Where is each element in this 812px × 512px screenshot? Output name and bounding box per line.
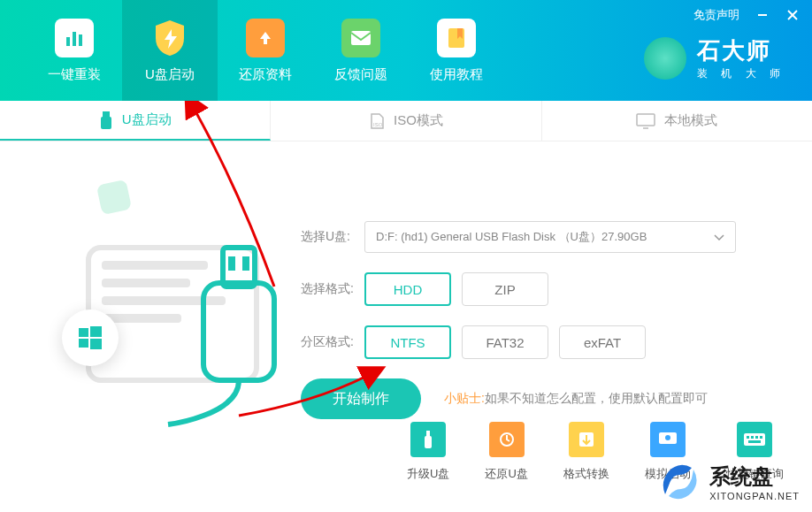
subnav-label: U盘启动 bbox=[122, 111, 172, 128]
subnav-usb-boot[interactable]: U盘启动 bbox=[0, 101, 271, 141]
tip-label: 小贴士: bbox=[444, 391, 485, 405]
header: 免责声明 一键重装 U盘启动 还原资料 反馈问题 使 bbox=[0, 0, 812, 101]
svg-rect-37 bbox=[760, 436, 762, 439]
format-label: 选择格式: bbox=[301, 281, 364, 297]
usb-select-label: 选择U盘: bbox=[301, 229, 364, 245]
nav-usb-boot[interactable]: U盘启动 bbox=[122, 0, 218, 101]
svg-rect-20 bbox=[228, 256, 235, 271]
brand-sub: 装 机 大 师 bbox=[697, 66, 785, 81]
brand-name: 石大师 bbox=[697, 35, 785, 66]
svg-rect-4 bbox=[73, 32, 76, 46]
usb-select-dropdown[interactable]: D:F: (hd1) General USB Flash Disk （U盘）27… bbox=[364, 221, 736, 253]
minimize-icon bbox=[757, 10, 768, 20]
svg-rect-28 bbox=[426, 431, 430, 436]
chevron-down-icon bbox=[714, 231, 724, 244]
svg-rect-22 bbox=[96, 180, 132, 215]
restore-icon bbox=[489, 422, 525, 457]
subnav-label: 本地模式 bbox=[664, 112, 717, 129]
tool-label: 升级U盘 bbox=[407, 466, 449, 482]
close-button[interactable] bbox=[785, 8, 800, 22]
partition-label: 分区格式: bbox=[301, 334, 364, 350]
nav-label: 使用教程 bbox=[430, 66, 483, 83]
svg-point-32 bbox=[665, 435, 670, 440]
watermark-logo-icon bbox=[656, 459, 702, 505]
partition-option-fat32[interactable]: FAT32 bbox=[462, 325, 548, 359]
config-form: 选择U盘: D:F: (hd1) General USB Flash Disk … bbox=[301, 168, 777, 433]
titlebar: 免责声明 bbox=[693, 7, 800, 23]
svg-rect-25 bbox=[79, 339, 88, 348]
watermark-sub: XITONGPAN.NET bbox=[709, 491, 800, 501]
watermark-text: 系统盘 bbox=[709, 462, 800, 491]
disclaimer-link[interactable]: 免责声明 bbox=[693, 7, 739, 23]
tool-upgrade-usb[interactable]: 升级U盘 bbox=[407, 422, 449, 482]
brand-logo-icon bbox=[644, 37, 686, 80]
svg-rect-15 bbox=[102, 279, 190, 287]
start-create-button[interactable]: 开始制作 bbox=[301, 378, 421, 419]
svg-rect-3 bbox=[66, 37, 70, 46]
svg-rect-24 bbox=[90, 326, 102, 337]
svg-rect-33 bbox=[744, 433, 765, 446]
bookmark-icon bbox=[437, 19, 476, 57]
nav-label: 反馈问题 bbox=[334, 66, 387, 83]
partition-option-exfat[interactable]: exFAT bbox=[559, 325, 646, 359]
usb-select-value: D:F: (hd1) General USB Flash Disk （U盘）27… bbox=[376, 229, 647, 245]
usb-icon bbox=[99, 111, 113, 129]
nav-feedback[interactable]: 反馈问题 bbox=[313, 0, 409, 101]
svg-rect-38 bbox=[748, 440, 761, 443]
svg-rect-6 bbox=[351, 31, 371, 45]
bar-chart-icon bbox=[55, 19, 94, 57]
nav-restore[interactable]: 还原资料 bbox=[218, 0, 313, 101]
illustration bbox=[35, 168, 301, 433]
main-area: 选择U盘: D:F: (hd1) General USB Flash Disk … bbox=[0, 141, 812, 433]
svg-rect-21 bbox=[242, 256, 249, 271]
svg-text:ISO: ISO bbox=[373, 122, 383, 127]
tool-restore-usb[interactable]: 还原U盘 bbox=[485, 422, 527, 482]
tool-label: 还原U盘 bbox=[485, 466, 527, 482]
subnav-iso[interactable]: ISO ISO模式 bbox=[271, 101, 541, 141]
minimize-button[interactable] bbox=[755, 8, 770, 22]
monitor-icon bbox=[636, 113, 655, 129]
upload-icon bbox=[246, 19, 285, 57]
watermark: 系统盘 XITONGPAN.NET bbox=[644, 452, 812, 512]
close-icon bbox=[787, 10, 798, 20]
svg-rect-14 bbox=[102, 261, 208, 270]
svg-rect-34 bbox=[747, 436, 749, 439]
svg-rect-5 bbox=[79, 34, 82, 46]
subnav-local[interactable]: 本地模式 bbox=[542, 101, 812, 141]
svg-rect-27 bbox=[425, 436, 432, 448]
svg-rect-16 bbox=[102, 296, 226, 305]
tool-label: 格式转换 bbox=[563, 466, 609, 482]
tool-convert-format[interactable]: 格式转换 bbox=[563, 422, 609, 482]
svg-rect-26 bbox=[90, 339, 102, 349]
usb-up-icon bbox=[410, 422, 446, 457]
svg-rect-23 bbox=[79, 328, 88, 337]
nav-tutorial[interactable]: 使用教程 bbox=[409, 0, 504, 101]
tip: 小贴士:如果不知道怎么配置，使用默认配置即可 bbox=[444, 391, 708, 407]
nav-label: 一键重装 bbox=[48, 66, 101, 83]
subnav: U盘启动 ISO ISO模式 本地模式 bbox=[0, 101, 812, 141]
envelope-icon bbox=[341, 19, 380, 57]
windows-icon bbox=[62, 309, 119, 366]
svg-rect-8 bbox=[103, 111, 110, 117]
shield-bolt-icon bbox=[150, 19, 189, 57]
svg-rect-9 bbox=[101, 117, 111, 129]
partition-option-ntfs[interactable]: NTFS bbox=[364, 325, 451, 359]
svg-rect-36 bbox=[755, 436, 758, 439]
format-option-zip[interactable]: ZIP bbox=[462, 272, 548, 306]
format-option-hdd[interactable]: HDD bbox=[364, 272, 451, 306]
svg-rect-35 bbox=[751, 436, 754, 439]
tip-text: 如果不知道怎么配置，使用默认配置即可 bbox=[485, 391, 708, 405]
subnav-label: ISO模式 bbox=[394, 112, 443, 129]
nav-reinstall[interactable]: 一键重装 bbox=[27, 0, 122, 101]
convert-icon bbox=[569, 422, 604, 457]
brand: 石大师 装 机 大 师 bbox=[644, 35, 785, 81]
svg-rect-11 bbox=[637, 114, 655, 126]
iso-icon: ISO bbox=[369, 112, 385, 130]
nav-label: 还原资料 bbox=[239, 66, 292, 83]
nav-label: U盘启动 bbox=[145, 66, 195, 83]
